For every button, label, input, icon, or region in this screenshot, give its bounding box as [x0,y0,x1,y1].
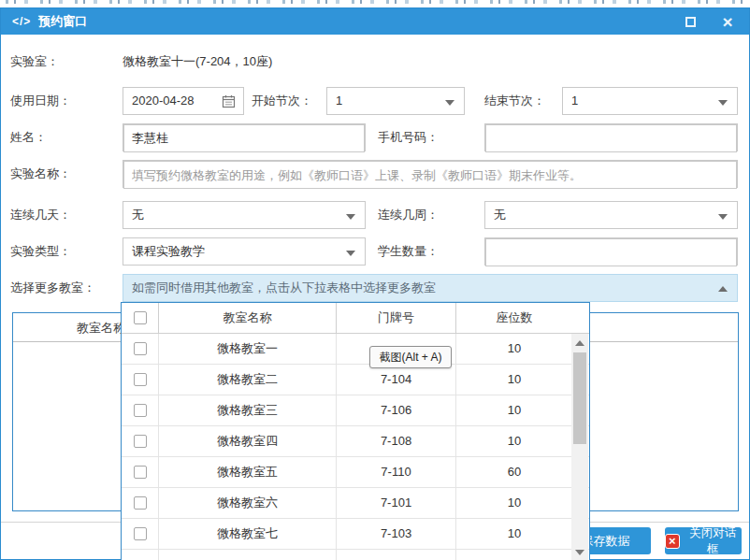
cell-seat-count: 10 [456,365,572,395]
calendar-icon [222,94,236,108]
reservation-dialog: </> 预约窗口 × 实验室： 微格教室十一(7-204，10座) 使用日期： … [0,7,750,560]
cell-classroom-name: 微格教室三 [159,395,337,425]
lab-label: 实验室： [10,48,59,76]
cell-door-number: 7-108 [337,426,456,456]
end-period-label: 结束节次： [484,87,545,115]
dialog-titlebar: </> 预约窗口 [1,8,749,35]
cell-seat-count: 10 [456,395,572,425]
consecutive-days-select[interactable]: 无 [123,201,366,229]
column-header-door-number: 门牌号 [337,303,456,333]
row-checkbox[interactable] [134,373,147,386]
more-classrooms-dropdown-toggle[interactable]: 如需同时借用其他教室，点击从下拉表格中选择更多教室 [123,274,738,302]
experiment-name-label: 实验名称： [10,160,71,188]
consecutive-weeks-label: 连续几周： [378,201,439,229]
cell-door-number: 7-101 [337,488,456,518]
cell-door-number: 7-103 [337,519,456,549]
start-period-label: 开始节次： [252,87,312,115]
row-checkbox[interactable] [134,342,147,355]
code-icon: </> [12,15,31,28]
name-label: 姓名： [10,123,47,151]
scroll-up-icon[interactable] [575,340,584,346]
experiment-type-label: 实验类型： [10,237,71,266]
student-count-label: 学生数量： [378,237,439,266]
table-row[interactable]: 微格教室二 7-104 10 [122,365,589,395]
cell-door-number: 7-106 [337,395,456,425]
table-row[interactable]: 微格教室六 7-101 10 [122,488,589,519]
table-row-partial [122,550,589,560]
cell-seat-count: 60 [456,457,572,487]
dropdown-header-row: 教室名称 门牌号 座位数 [122,303,589,334]
table-row[interactable]: 微格教室一 10 [122,334,589,365]
cell-seat-count: 10 [456,334,572,364]
row-checkbox[interactable] [134,466,147,479]
date-label: 使用日期： [10,87,71,115]
student-count-field[interactable] [485,238,737,266]
row-checkbox[interactable] [134,527,147,540]
consecutive-days-label: 连续几天： [10,201,71,229]
maximize-icon [685,17,696,27]
selected-classrooms-header-label: 教室名称 [77,313,125,342]
chevron-down-icon [445,100,454,106]
row-checkbox[interactable] [134,496,147,510]
date-value: 2020-04-28 [132,93,195,108]
cell-door-number: 7-110 [337,457,456,487]
table-row[interactable]: 微格教室四 7-108 10 [122,426,589,457]
experiment-type-select[interactable]: 课程实验教学 [123,237,366,266]
more-classrooms-label: 选择更多教室： [10,274,95,302]
select-all-checkbox[interactable] [134,311,147,324]
student-count-box [484,237,738,266]
close-icon: × [722,13,732,31]
name-field-box [123,123,366,151]
close-dialog-button[interactable]: × 关闭对话框 [665,527,742,554]
scrollbar-thumb[interactable] [573,352,586,444]
consecutive-weeks-value: 无 [494,208,506,222]
screenshot-tool-tooltip: 截图(Alt + A) [369,346,452,368]
close-dialog-label: 关闭对话框 [685,525,742,557]
cell-classroom-name: 微格教室一 [159,334,337,364]
column-header-seat-count: 座位数 [456,303,572,333]
classroom-dropdown-panel: 教室名称 门牌号 座位数 微格教室一 10 微格教室二 7-104 10 微格教… [121,302,590,560]
scroll-down-icon[interactable] [575,550,584,555]
consecutive-weeks-select[interactable]: 无 [484,201,738,229]
row-checkbox[interactable] [134,435,147,448]
more-classrooms-hint: 如需同时借用其他教室，点击从下拉表格中选择更多教室 [132,280,436,294]
close-window-button[interactable]: × [712,8,743,35]
cell-door-number: 7-104 [337,365,456,395]
cell-classroom-name: 微格教室四 [159,426,337,456]
chevron-up-icon [718,286,728,292]
date-input[interactable]: 2020-04-28 [123,87,244,115]
start-period-value: 1 [336,93,342,108]
row-checkbox[interactable] [134,404,147,417]
consecutive-days-value: 无 [132,208,144,222]
cell-classroom-name: 微格教室六 [159,488,337,518]
chevron-down-icon [718,100,728,106]
name-field[interactable] [123,124,365,152]
cell-seat-count: 10 [456,426,572,456]
close-dialog-x-icon: × [665,534,680,549]
chevron-down-icon [346,251,355,256]
experiment-name-box [123,160,738,188]
dropdown-scrollbar[interactable] [571,334,588,560]
experiment-name-field[interactable] [123,161,737,189]
chevron-down-icon [718,214,728,220]
cell-classroom-name: 微格教室五 [159,457,337,487]
table-row[interactable]: 微格教室三 7-106 10 [122,395,589,426]
column-header-classroom-name: 教室名称 [159,303,337,333]
experiment-type-value: 课程实验教学 [132,244,205,258]
chevron-down-icon [346,214,355,220]
table-row[interactable]: 微格教室五 7-110 60 [122,457,589,488]
phone-field-box [484,123,738,151]
phone-field[interactable] [485,124,737,152]
start-period-select[interactable]: 1 [326,87,465,115]
dialog-title: 预约窗口 [38,13,87,30]
lab-value: 微格教室十一(7-204，10座) [123,48,272,76]
phone-label: 手机号码： [378,123,439,151]
maximize-button[interactable] [674,8,706,35]
cell-classroom-name: 微格教室二 [159,365,337,395]
end-period-value: 1 [571,93,578,108]
end-period-select[interactable]: 1 [562,87,738,115]
cell-seat-count: 10 [456,519,572,549]
cell-classroom-name: 微格教室七 [159,519,337,549]
background-page-sliver [0,0,750,7]
table-row[interactable]: 微格教室七 7-103 10 [122,519,589,550]
